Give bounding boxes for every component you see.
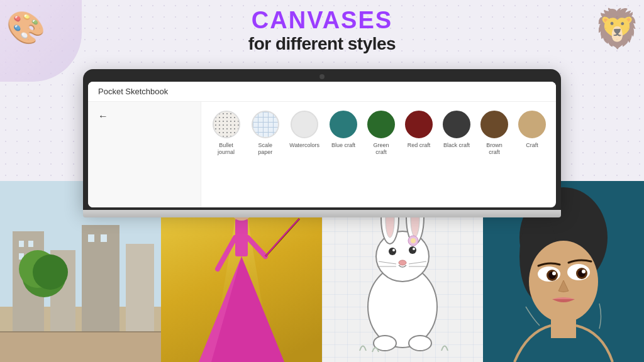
svg-rect-6 bbox=[19, 241, 24, 247]
canvas-label-red: Red craft bbox=[408, 142, 431, 149]
canvas-option-blue-craft[interactable]: Blue craft bbox=[330, 111, 357, 149]
svg-rect-10 bbox=[88, 234, 94, 242]
svg-rect-52 bbox=[551, 313, 576, 338]
laptop-frame: Pocket Sketchbook ← Bullet journal bbox=[83, 69, 561, 217]
svg-point-45 bbox=[409, 336, 431, 351]
svg-point-47 bbox=[411, 238, 416, 243]
canvas-preview-watercolors bbox=[291, 111, 318, 138]
canvas-option-scale[interactable]: Scale paper bbox=[251, 111, 279, 156]
canvas-option-bullet[interactable]: Bullet journal bbox=[211, 111, 241, 156]
laptop-camera bbox=[319, 74, 325, 79]
svg-point-37 bbox=[392, 249, 395, 251]
back-button[interactable]: ← bbox=[96, 109, 193, 123]
svg-point-35 bbox=[389, 248, 396, 255]
canvas-preview-green bbox=[367, 111, 395, 138]
canvas-label-black: Black craft bbox=[443, 142, 470, 149]
svg-rect-7 bbox=[28, 241, 33, 247]
svg-point-59 bbox=[552, 272, 556, 275]
canvas-label-bullet: Bullet journal bbox=[211, 142, 241, 156]
svg-point-60 bbox=[582, 270, 586, 273]
canvas-preview-scale bbox=[252, 111, 279, 138]
canvas-option-red-craft[interactable]: Red craft bbox=[405, 111, 433, 149]
laptop-base bbox=[83, 210, 561, 217]
canvas-option-brown-craft[interactable]: Brown craft bbox=[480, 111, 508, 156]
app-content: ← Bullet journal Scale paper bbox=[88, 102, 556, 207]
svg-point-14 bbox=[33, 255, 68, 290]
canvas-label-brown: Brown craft bbox=[480, 142, 508, 156]
svg-point-36 bbox=[409, 246, 416, 254]
svg-rect-11 bbox=[101, 234, 107, 242]
canvas-preview-red bbox=[405, 111, 433, 138]
header: CANVASES for different styles bbox=[0, 0, 644, 54]
canvas-label-craft: Craft bbox=[526, 142, 538, 149]
canvas-preview-black bbox=[443, 111, 470, 138]
canvas-label-scale: Scale paper bbox=[251, 142, 279, 156]
svg-point-39 bbox=[399, 260, 406, 265]
app-titlebar: Pocket Sketchbook bbox=[88, 82, 556, 102]
app-title: Pocket Sketchbook bbox=[98, 87, 168, 96]
canvas-option-watercolors[interactable]: Watercolors bbox=[289, 111, 319, 149]
laptop-screen-outer: Pocket Sketchbook ← Bullet journal bbox=[83, 69, 561, 210]
svg-point-38 bbox=[413, 248, 415, 250]
canvas-label-blue: Blue craft bbox=[331, 142, 355, 149]
canvas-options-area: Bullet journal Scale paper Watercolors bbox=[201, 102, 556, 207]
canvas-option-black-craft[interactable]: Black craft bbox=[443, 111, 470, 149]
canvas-option-green-craft[interactable]: Green craft bbox=[367, 111, 395, 156]
svg-rect-15 bbox=[0, 332, 161, 362]
canvas-preview-craft bbox=[518, 111, 546, 138]
canvas-label-green: Green craft bbox=[367, 142, 395, 156]
laptop-screen-inner: Pocket Sketchbook ← Bullet journal bbox=[88, 82, 556, 207]
app-sidebar: ← bbox=[88, 102, 201, 207]
canvas-preview-blue bbox=[330, 111, 357, 138]
canvas-options-list: Bullet journal Scale paper Watercolors bbox=[211, 111, 546, 156]
page-title-sub: for different styles bbox=[0, 34, 644, 54]
canvas-label-watercolors: Watercolors bbox=[289, 142, 319, 149]
canvas-preview-brown bbox=[480, 111, 508, 138]
page-title-main: CANVASES bbox=[0, 8, 644, 34]
canvas-preview-bullet bbox=[213, 111, 240, 138]
canvas-option-craft[interactable]: Craft bbox=[518, 111, 546, 149]
